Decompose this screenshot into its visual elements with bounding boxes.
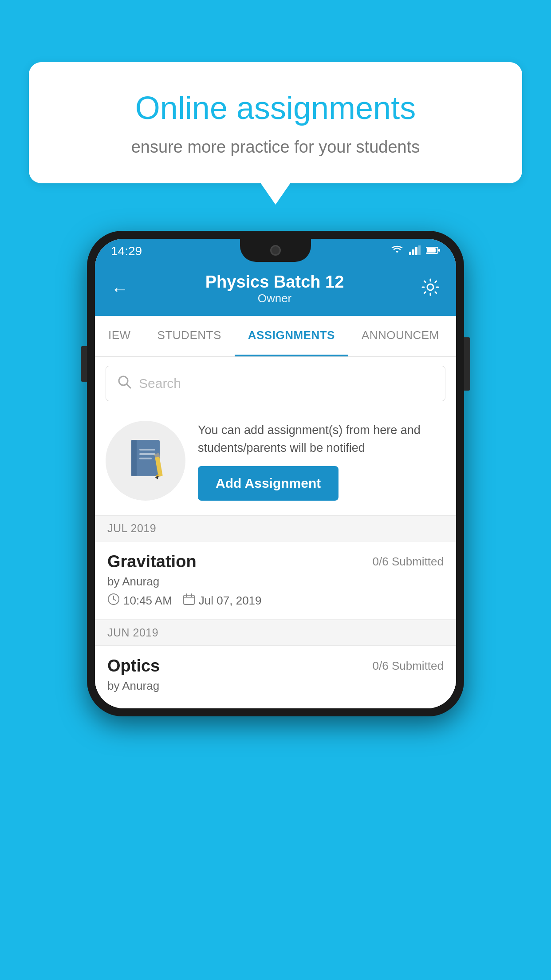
assignment-submitted-optics: 0/6 Submitted bbox=[373, 659, 444, 673]
phone-outer: 14:29 bbox=[87, 231, 464, 716]
back-button[interactable]: ← bbox=[111, 279, 129, 299]
assignment-name-optics: Optics bbox=[107, 656, 160, 676]
speech-bubble-container: Online assignments ensure more practice … bbox=[29, 62, 522, 183]
status-bar: 14:29 bbox=[95, 239, 456, 264]
tab-assignments[interactable]: ASSIGNMENTS bbox=[235, 316, 348, 356]
assignment-row-top: Gravitation 0/6 Submitted bbox=[107, 552, 444, 571]
info-card: You can add assignment(s) from here and … bbox=[95, 410, 456, 515]
assignment-submitted: 0/6 Submitted bbox=[373, 555, 444, 569]
settings-icon[interactable] bbox=[421, 277, 440, 301]
svg-rect-3 bbox=[415, 247, 417, 255]
svg-rect-18 bbox=[155, 453, 160, 458]
assignment-date: Jul 07, 2019 bbox=[199, 594, 262, 608]
svg-point-8 bbox=[427, 284, 433, 290]
month-header-jun: JUN 2019 bbox=[95, 620, 456, 646]
search-placeholder: Search bbox=[139, 376, 181, 391]
tab-iew[interactable]: IEW bbox=[95, 316, 144, 356]
content-area: Search bbox=[95, 357, 456, 708]
status-time: 14:29 bbox=[111, 244, 142, 258]
search-icon bbox=[117, 374, 132, 393]
header-subtitle: Owner bbox=[205, 292, 344, 305]
svg-rect-12 bbox=[131, 440, 137, 476]
header-title: Physics Batch 12 bbox=[205, 273, 344, 292]
info-card-text: You can add assignment(s) from here and … bbox=[198, 421, 445, 457]
signal-icon bbox=[409, 245, 421, 257]
svg-rect-6 bbox=[427, 248, 436, 253]
assignment-name: Gravitation bbox=[107, 552, 197, 571]
wifi-icon bbox=[390, 245, 404, 257]
assignment-meta: 10:45 AM Jul 07, 201 bbox=[107, 593, 444, 609]
assignment-item-optics[interactable]: Optics 0/6 Submitted by Anurag bbox=[95, 646, 456, 708]
svg-rect-13 bbox=[139, 449, 155, 450]
header-center: Physics Batch 12 Owner bbox=[205, 273, 344, 305]
clock-icon bbox=[107, 593, 120, 609]
bubble-title: Online assignments bbox=[60, 89, 491, 127]
assignment-time: 10:45 AM bbox=[123, 594, 172, 608]
svg-marker-0 bbox=[395, 251, 399, 253]
bubble-subtitle: ensure more practice for your students bbox=[60, 138, 491, 157]
tab-students[interactable]: STUDENTS bbox=[144, 316, 235, 356]
notch bbox=[240, 239, 311, 262]
notebook-icon bbox=[123, 436, 168, 485]
assignment-item-gravitation[interactable]: Gravitation 0/6 Submitted by Anurag bbox=[95, 541, 456, 620]
meta-date: Jul 07, 2019 bbox=[183, 593, 262, 609]
info-card-right: You can add assignment(s) from here and … bbox=[198, 421, 445, 501]
svg-rect-1 bbox=[409, 252, 411, 255]
camera bbox=[270, 245, 281, 256]
meta-time: 10:45 AM bbox=[107, 593, 172, 609]
svg-line-10 bbox=[126, 384, 130, 388]
speech-bubble: Online assignments ensure more practice … bbox=[29, 62, 522, 183]
assignment-row-top-optics: Optics 0/6 Submitted bbox=[107, 656, 444, 676]
svg-rect-15 bbox=[139, 458, 152, 459]
phone-screen: 14:29 bbox=[95, 239, 456, 708]
svg-rect-7 bbox=[438, 249, 440, 252]
tab-announcements[interactable]: ANNOUNCEM bbox=[348, 316, 453, 356]
status-icons bbox=[390, 245, 440, 257]
add-assignment-button[interactable]: Add Assignment bbox=[198, 466, 338, 501]
notebook-icon-circle bbox=[106, 421, 185, 501]
svg-rect-14 bbox=[139, 453, 155, 455]
tabs-bar: IEW STUDENTS ASSIGNMENTS ANNOUNCEM bbox=[95, 316, 456, 357]
app-header: ← Physics Batch 12 Owner bbox=[95, 264, 456, 316]
assignment-by-optics: by Anurag bbox=[107, 679, 444, 693]
svg-rect-23 bbox=[184, 595, 194, 605]
phone-wrapper: 14:29 bbox=[87, 231, 464, 716]
calendar-icon bbox=[183, 593, 195, 609]
battery-icon bbox=[426, 246, 440, 256]
month-header-jul: JUL 2019 bbox=[95, 515, 456, 541]
assignment-by: by Anurag bbox=[107, 575, 444, 589]
svg-rect-2 bbox=[412, 249, 414, 255]
svg-rect-4 bbox=[418, 245, 421, 255]
search-bar[interactable]: Search bbox=[106, 366, 445, 401]
svg-line-22 bbox=[114, 599, 116, 601]
